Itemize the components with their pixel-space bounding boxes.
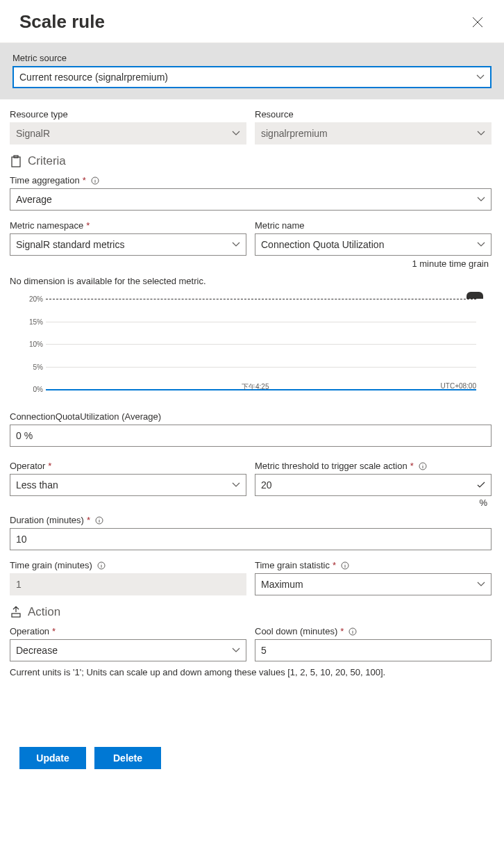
resource-select: signalrpremium [255, 122, 492, 145]
metric-namespace-label: Metric namespace [10, 220, 83, 231]
delete-button[interactable]: Delete [94, 747, 161, 769]
required-star: * [48, 461, 51, 471]
metric-value-label: ConnectionQuotaUtilization (Average) [10, 411, 492, 422]
chevron-down-icon [476, 73, 485, 81]
y-tick-5: 5% [25, 363, 43, 370]
x-tick-time: 下午4:25 [242, 382, 269, 392]
time-aggregation-label: Time aggregation [10, 175, 80, 186]
threshold-unit: % [255, 497, 492, 508]
chevron-down-icon [232, 646, 240, 655]
threshold-value: 20 [261, 479, 272, 491]
info-icon[interactable] [348, 627, 358, 636]
x-tick-tz: UTC+08:00 [441, 382, 476, 390]
operation-label: Operation [10, 626, 49, 636]
duration-input[interactable]: 10 [10, 528, 492, 550]
svg-rect-7 [12, 614, 20, 617]
info-icon[interactable] [96, 561, 106, 570]
metric-source-value: Current resource (signalrpremium) [19, 72, 168, 83]
metric-namespace-select[interactable]: SignalR standard metrics [10, 233, 246, 256]
y-tick-20: 20% [25, 295, 43, 303]
operator-label: Operator [10, 461, 45, 471]
duration-label: Duration (minutes) [10, 515, 84, 525]
clipboard-icon [10, 155, 22, 167]
resource-label: Resource [255, 109, 492, 120]
close-button[interactable] [472, 17, 483, 28]
duration-value: 10 [16, 534, 27, 545]
resource-type-value: SignalR [16, 128, 50, 139]
metric-name-value: Connection Quota Utilization [261, 239, 384, 250]
time-aggregation-value: Average [16, 194, 52, 205]
y-tick-10: 10% [25, 340, 43, 348]
action-icon [10, 606, 22, 618]
metric-source-select[interactable]: Current resource (signalrpremium) [12, 66, 492, 88]
operator-select[interactable]: Less than [10, 474, 246, 496]
threshold-label: Metric threshold to trigger scale action [255, 461, 408, 471]
time-grain-value: 1 [16, 579, 22, 590]
action-title: Action [28, 605, 60, 619]
operation-select[interactable]: Decrease [10, 639, 246, 661]
criteria-title: Criteria [28, 154, 66, 168]
y-tick-0: 0% [25, 386, 43, 393]
update-button[interactable]: Update [19, 747, 86, 769]
chevron-down-icon [232, 481, 240, 489]
threshold-input[interactable]: 20 [255, 474, 492, 496]
time-grain-note: 1 minute time grain [10, 258, 492, 269]
metric-name-select[interactable]: Connection Quota Utilization [255, 233, 492, 256]
chevron-down-icon [477, 129, 485, 138]
page-title: Scale rule [19, 11, 105, 33]
chevron-down-icon [477, 195, 485, 204]
cool-down-value: 5 [261, 645, 267, 656]
close-icon [472, 17, 483, 28]
operation-value: Decrease [16, 645, 58, 656]
required-star: * [333, 560, 336, 570]
check-icon [477, 481, 485, 489]
metric-value-display: 0 % [10, 425, 492, 447]
threshold-line [46, 299, 476, 299]
time-grain-stat-label: Time grain statistic [255, 560, 330, 570]
operator-value: Less than [16, 479, 58, 491]
units-footnote: Current units is '1'; Units can scale up… [10, 667, 492, 677]
required-star: * [410, 461, 414, 471]
resource-value: signalrpremium [261, 128, 328, 139]
info-icon[interactable] [340, 561, 350, 570]
resource-type-label: Resource type [10, 109, 246, 120]
metric-value: 0 % [16, 430, 33, 441]
info-icon[interactable] [418, 461, 428, 471]
required-star: * [87, 515, 90, 525]
required-star: * [52, 626, 56, 636]
y-tick-15: 15% [25, 318, 43, 325]
metric-chart: 20% 15% 10% 5% 0% 下午4:25 UTC+08:00 [25, 299, 476, 389]
time-grain-label: Time grain (minutes) [10, 560, 92, 570]
info-icon[interactable] [94, 516, 104, 525]
metric-source-label: Metric source [12, 53, 492, 63]
time-grain-stat-select[interactable]: Maximum [255, 573, 492, 595]
chevron-down-icon [232, 129, 240, 138]
time-aggregation-select[interactable]: Average [10, 188, 492, 211]
required-star: * [340, 626, 344, 636]
metric-namespace-value: SignalR standard metrics [16, 239, 124, 250]
no-dimension-text: No dimension is available for the select… [10, 276, 492, 286]
time-grain-stat-value: Maximum [261, 579, 303, 590]
svg-rect-0 [12, 157, 20, 167]
metric-name-label: Metric name [255, 220, 492, 231]
required-star: * [83, 175, 86, 186]
info-icon[interactable] [90, 176, 100, 186]
required-star: * [86, 220, 90, 231]
cool-down-label: Cool down (minutes) [255, 626, 337, 636]
chevron-down-icon [477, 240, 485, 249]
chevron-down-icon [232, 240, 240, 249]
threshold-handle[interactable] [467, 292, 483, 299]
cool-down-input[interactable]: 5 [255, 639, 492, 661]
time-grain-input: 1 [10, 573, 246, 595]
chevron-down-icon [477, 580, 485, 588]
resource-type-select: SignalR [10, 122, 246, 145]
